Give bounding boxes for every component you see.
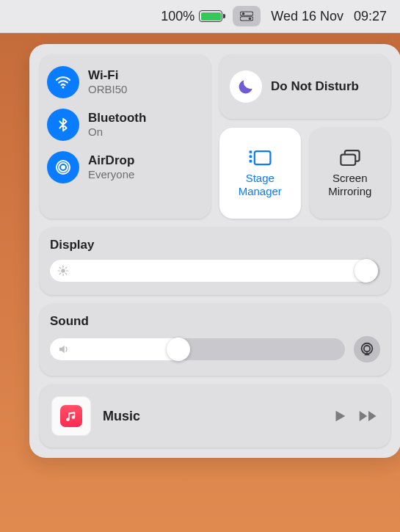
battery-icon: [199, 10, 222, 22]
screen-mirroring-icon: [337, 148, 363, 169]
connectivity-card: Wi-Fi ORBI50 Bluetooth On AirDro: [40, 54, 211, 219]
svg-point-1: [242, 12, 244, 15]
svg-line-22: [65, 267, 66, 268]
wifi-label: Wi-Fi: [88, 68, 127, 83]
svg-point-24: [364, 346, 370, 351]
do-not-disturb-toggle[interactable]: Do Not Disturb: [219, 54, 390, 119]
battery-status[interactable]: 100%: [161, 9, 222, 24]
svg-line-21: [59, 273, 60, 274]
stage-manager-icon: [247, 148, 273, 169]
display-brightness-slider[interactable]: [50, 260, 380, 282]
svg-rect-9: [250, 156, 252, 158]
svg-point-3: [249, 18, 251, 20]
audio-output-button[interactable]: [354, 336, 380, 362]
bluetooth-label: Bluetooth: [88, 110, 146, 125]
dnd-label: Do Not Disturb: [271, 79, 359, 94]
screen-mirroring-button[interactable]: Screen Mirroring: [310, 128, 391, 219]
play-button[interactable]: [332, 408, 348, 424]
svg-rect-10: [250, 160, 252, 163]
display-label: Display: [50, 238, 380, 252]
battery-percent-label: 100%: [161, 9, 194, 24]
menu-date[interactable]: Wed 16 Nov: [271, 9, 343, 24]
svg-point-5: [61, 165, 65, 170]
airdrop-toggle[interactable]: AirDrop Everyone: [47, 148, 203, 186]
wifi-status: ORBI50: [88, 83, 127, 97]
svg-rect-11: [255, 151, 271, 164]
stage-manager-toggle[interactable]: Stage Manager: [219, 128, 301, 219]
svg-point-4: [62, 86, 64, 88]
svg-point-14: [61, 269, 65, 272]
sound-label: Sound: [50, 314, 380, 329]
menu-bar: 100% Wed 16 Nov 09:27: [0, 0, 400, 33]
next-track-button[interactable]: [358, 408, 379, 424]
control-center-panel: Wi-Fi ORBI50 Bluetooth On AirDro: [29, 44, 400, 458]
screen-mirroring-label: Screen Mirroring: [317, 172, 383, 198]
music-app-artwork: [51, 396, 91, 436]
svg-rect-8: [250, 150, 252, 153]
now-playing-title: Music: [103, 409, 320, 424]
svg-line-19: [59, 267, 60, 268]
speaker-icon: [57, 343, 70, 356]
svg-line-20: [65, 273, 66, 274]
svg-rect-2: [240, 17, 253, 21]
bluetooth-icon: [47, 109, 79, 141]
airdrop-label: AirDrop: [88, 153, 134, 168]
sound-volume-slider[interactable]: [50, 338, 345, 360]
stage-manager-label: Stage Manager: [227, 172, 293, 198]
display-card: Display: [40, 227, 390, 295]
svg-rect-13: [341, 155, 355, 165]
airdrop-icon: [47, 151, 79, 183]
menu-time[interactable]: 09:27: [354, 9, 387, 24]
music-app-icon: [60, 405, 82, 427]
brightness-icon: [57, 265, 69, 277]
bluetooth-status: On: [88, 125, 146, 139]
sound-card: Sound: [40, 304, 390, 376]
moon-icon: [230, 70, 262, 103]
svg-rect-0: [240, 12, 253, 15]
wifi-toggle[interactable]: Wi-Fi ORBI50: [47, 63, 203, 101]
now-playing-card[interactable]: Music: [40, 385, 390, 448]
wifi-icon: [47, 66, 79, 98]
control-center-button[interactable]: [233, 6, 261, 26]
bluetooth-toggle[interactable]: Bluetooth On: [47, 106, 203, 144]
airdrop-status: Everyone: [88, 168, 134, 182]
airplay-audio-icon: [359, 341, 375, 357]
control-center-icon: [240, 11, 253, 21]
